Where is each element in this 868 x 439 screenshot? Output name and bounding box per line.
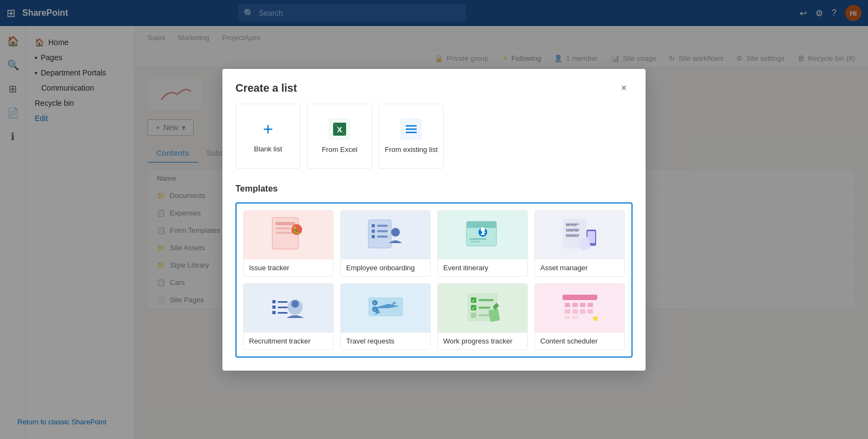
template-asset-manager[interactable]: 587156 1649786 5564512 Asset manager [534, 210, 625, 277]
svg-rect-41 [272, 300, 276, 303]
template-event-img [438, 211, 527, 259]
template-employee-label: Employee onboarding [341, 259, 430, 276]
from-excel-option[interactable]: X From Excel [307, 104, 372, 169]
svg-rect-64 [565, 303, 570, 307]
svg-rect-73 [572, 316, 578, 319]
template-event-label: Event itinerary [438, 259, 527, 276]
svg-rect-68 [565, 309, 570, 314]
svg-rect-15 [368, 220, 391, 248]
svg-text:🐛: 🐛 [292, 225, 302, 234]
template-employee-img [341, 211, 430, 259]
blank-list-label: Blank list [254, 145, 282, 153]
list-lines-icon [400, 118, 422, 140]
create-list-modal: Create a list × + Blank list X From Exce… [222, 69, 646, 371]
svg-rect-11 [276, 227, 291, 230]
excel-icon: X [329, 118, 350, 140]
from-existing-label: From existing list [385, 145, 438, 154]
template-recruitment-img [244, 284, 333, 333]
plus-icon: + [263, 119, 273, 139]
svg-point-40 [291, 300, 299, 308]
template-work-img: ✓ ✓ [438, 284, 527, 333]
template-asset-label: Asset manager [535, 259, 624, 276]
svg-rect-44 [278, 307, 288, 308]
templates-grid: 🐛 Issue tracker [235, 202, 633, 358]
svg-rect-65 [572, 303, 578, 307]
modal-title: Create a list [235, 82, 297, 94]
svg-text:1649786: 1649786 [566, 229, 579, 232]
svg-point-22 [391, 228, 400, 237]
modal-header: Create a list × [222, 69, 646, 104]
svg-text:✓: ✓ [373, 308, 376, 311]
svg-rect-12 [276, 232, 293, 234]
svg-rect-46 [278, 312, 288, 314]
create-options: + Blank list X From Excel [235, 104, 633, 169]
template-work-progress[interactable]: ✓ ✓ Work progress tracker [437, 283, 528, 350]
from-existing-option[interactable]: From existing list [379, 104, 444, 169]
template-recruitment-tracker[interactable]: Recruitment tracker [243, 283, 334, 350]
svg-rect-42 [278, 301, 288, 303]
svg-rect-61 [488, 308, 500, 322]
svg-rect-66 [580, 303, 585, 307]
svg-rect-18 [372, 230, 375, 233]
template-content-label: Content scheduler [535, 333, 624, 349]
template-issue-img: 🐛 [244, 211, 333, 259]
svg-point-26 [481, 227, 485, 232]
template-recruitment-label: Recruitment tracker [244, 333, 333, 349]
svg-text:⭐: ⭐ [592, 315, 599, 322]
svg-rect-21 [377, 236, 388, 238]
template-work-label: Work progress tracker [438, 333, 527, 349]
svg-rect-45 [272, 311, 276, 314]
template-issue-tracker[interactable]: 🐛 Issue tracker [243, 210, 334, 277]
svg-rect-57 [471, 313, 476, 318]
close-button[interactable]: × [615, 80, 633, 97]
blank-list-option[interactable]: + Blank list [235, 104, 301, 169]
template-travel-label: Travel requests [341, 333, 430, 349]
svg-rect-27 [470, 238, 486, 240]
template-issue-label: Issue tracker [244, 259, 333, 276]
svg-rect-71 [588, 309, 593, 314]
svg-rect-10 [276, 222, 295, 225]
svg-text:587156: 587156 [566, 224, 577, 227]
svg-text:5564512: 5564512 [566, 234, 579, 238]
svg-rect-17 [377, 225, 388, 227]
from-excel-label: From Excel [322, 145, 358, 154]
template-content-scheduler[interactable]: ⭐ Content scheduler [534, 283, 625, 350]
template-travel-requests[interactable]: ✓ ✓ Travel requests [340, 283, 431, 350]
svg-rect-20 [372, 235, 375, 238]
svg-rect-70 [580, 309, 585, 314]
svg-text:✓: ✓ [471, 298, 476, 303]
svg-rect-59 [478, 307, 490, 309]
svg-text:✓: ✓ [373, 301, 376, 305]
svg-rect-58 [478, 299, 494, 301]
template-travel-img: ✓ ✓ [341, 284, 430, 333]
template-content-img: ⭐ [535, 284, 624, 333]
svg-rect-43 [272, 306, 276, 309]
templates-label: Templates [235, 184, 633, 194]
modal-body: + Blank list X From Excel [222, 104, 646, 371]
svg-rect-67 [588, 303, 593, 307]
svg-rect-72 [565, 316, 570, 319]
svg-rect-63 [563, 295, 597, 300]
svg-rect-16 [372, 224, 375, 227]
svg-rect-24 [467, 221, 496, 228]
template-employee-onboarding[interactable]: Employee onboarding [340, 210, 431, 277]
svg-rect-19 [377, 230, 388, 232]
template-asset-img: 587156 1649786 5564512 [535, 211, 624, 259]
svg-rect-69 [572, 309, 578, 314]
svg-text:✓: ✓ [471, 306, 476, 311]
template-event-itinerary[interactable]: Event itinerary [437, 210, 528, 277]
svg-rect-28 [470, 241, 481, 243]
